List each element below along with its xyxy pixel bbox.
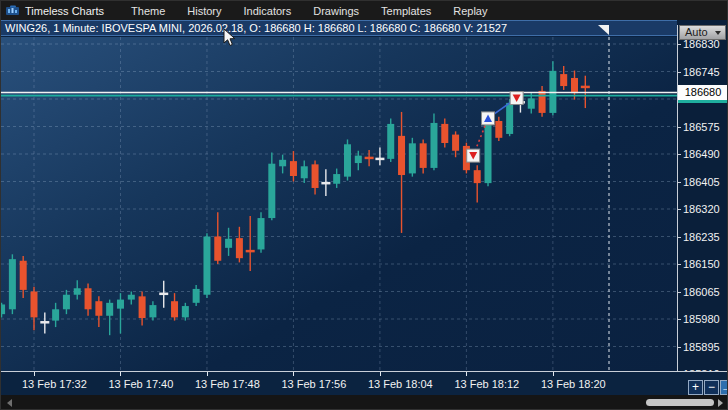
candle-body[interactable] — [203, 237, 210, 295]
time-axis[interactable]: 13 Feb 17:3213 Feb 17:4013 Feb 17:4813 F… — [1, 371, 728, 395]
scrollbar-thumb[interactable] — [646, 399, 714, 406]
menu-item-replay[interactable]: Replay — [442, 5, 498, 17]
candle-body[interactable] — [139, 296, 146, 318]
zoom-in-button[interactable]: + — [688, 380, 703, 395]
price-tick-label: 186235 — [683, 231, 720, 243]
time-tick-label: 13 Feb 18:12 — [454, 378, 544, 390]
candle-body[interactable] — [171, 301, 178, 317]
candle-body[interactable] — [31, 292, 38, 318]
price-tick-label: 186745 — [683, 66, 720, 78]
price-tick-label: 186575 — [683, 121, 720, 133]
time-tick-mark — [207, 372, 208, 376]
price-axis-separator — [677, 25, 678, 395]
menu-item-history[interactable]: History — [176, 5, 232, 17]
doji-open-close-bar[interactable] — [581, 86, 590, 89]
scroll-right-arrow-icon[interactable] — [718, 399, 723, 407]
horizontal-scrollbar[interactable] — [1, 395, 728, 410]
instrument-info-bar: WING26, 1 Minute: IBOVESPA MINI, 2026.02… — [1, 20, 677, 36]
candle-body[interactable] — [106, 303, 113, 316]
candle-body[interactable] — [182, 306, 189, 317]
menu-bar: Timeless Charts ThemeHistoryIndicatorsDr… — [1, 1, 727, 20]
series-end-flag-icon — [598, 25, 610, 36]
candle-body[interactable] — [571, 78, 578, 93]
time-tick-mark — [466, 372, 467, 376]
candle-body[interactable] — [333, 174, 340, 184]
candle-body[interactable] — [52, 309, 59, 320]
candle-body[interactable] — [258, 218, 265, 249]
candle-body[interactable] — [74, 288, 81, 294]
candle-body[interactable] — [539, 91, 546, 113]
candle-body[interactable] — [495, 121, 502, 138]
time-tick-label: 13 Feb 17:48 — [195, 378, 285, 390]
candle-body[interactable] — [20, 261, 27, 290]
candle-body[interactable] — [117, 300, 124, 309]
menu-item-templates[interactable]: Templates — [370, 5, 442, 17]
time-tick-label: 13 Feb 18:04 — [368, 378, 458, 390]
menu-item-theme[interactable]: Theme — [120, 5, 176, 17]
candle-body[interactable] — [387, 124, 394, 159]
candle-body[interactable] — [214, 237, 221, 261]
candle-body[interactable] — [430, 123, 437, 168]
zoom-out-button[interactable]: − — [704, 380, 719, 395]
candle-body[interactable] — [485, 124, 492, 183]
candle-body[interactable] — [301, 166, 308, 178]
app-logo-icon — [6, 5, 19, 16]
candle-body[interactable] — [268, 164, 275, 218]
candle-body[interactable] — [474, 170, 481, 183]
time-tick-mark — [34, 372, 35, 376]
candlestick-chart[interactable] — [1, 37, 677, 371]
price-tick-label: 185980 — [683, 313, 720, 325]
candle-body[interactable] — [149, 305, 156, 317]
go-to-end-button[interactable]: → — [720, 380, 728, 395]
chart-plot-area[interactable] — [1, 37, 677, 371]
candle-body[interactable] — [128, 295, 135, 300]
auto-label: Auto — [685, 26, 708, 38]
candle-body[interactable] — [236, 238, 243, 258]
candle-body[interactable] — [9, 259, 16, 309]
time-tick-label: 13 Feb 17:32 — [22, 378, 112, 390]
price-tick-label: 186150 — [683, 258, 720, 270]
price-tick-label: 186320 — [683, 203, 720, 215]
candle-body[interactable] — [355, 156, 362, 163]
candle-body[interactable] — [290, 161, 297, 176]
chevron-down-icon — [715, 31, 721, 35]
candle-body[interactable] — [398, 136, 405, 175]
candle-body[interactable] — [1, 304, 5, 314]
price-tick-label: 186065 — [683, 286, 720, 298]
doji-open-close-bar[interactable] — [159, 293, 168, 296]
candle-body[interactable] — [85, 288, 92, 309]
candle-body[interactable] — [420, 143, 427, 168]
candle-body[interactable] — [528, 98, 535, 108]
candle-body[interactable] — [312, 164, 319, 188]
candle-body[interactable] — [63, 295, 70, 310]
candle-body[interactable] — [452, 135, 459, 151]
menu-item-drawings[interactable]: Drawings — [302, 5, 370, 17]
price-tick-label: 185895 — [683, 341, 720, 353]
candle-body[interactable] — [279, 160, 286, 166]
candle-body[interactable] — [441, 124, 448, 143]
doji-open-close-bar[interactable] — [365, 157, 374, 160]
app-title: Timeless Charts — [25, 5, 104, 17]
price-tick-label: 186830 — [683, 38, 720, 50]
menu-item-indicators[interactable]: Indicators — [233, 5, 303, 17]
candle-body[interactable] — [409, 143, 416, 173]
scroll-left-arrow-icon[interactable] — [7, 399, 12, 407]
doji-open-close-bar[interactable] — [246, 250, 255, 253]
doji-open-close-bar[interactable] — [321, 182, 330, 185]
candle-body[interactable] — [193, 289, 200, 303]
time-tick-label: 13 Feb 18:20 — [541, 378, 631, 390]
candle-body[interactable] — [95, 301, 102, 316]
menu-items: ThemeHistoryIndicatorsDrawingsTemplatesR… — [120, 5, 498, 17]
candle-body[interactable] — [506, 103, 513, 134]
candle-body[interactable] — [344, 144, 351, 176]
time-tick-mark — [120, 372, 121, 376]
time-tick-mark — [553, 372, 554, 376]
candle-body[interactable] — [560, 74, 567, 86]
ohlcv-readout: WING26, 1 Minute: IBOVESPA MINI, 2026.02… — [5, 22, 507, 34]
time-tick-label: 13 Feb 17:40 — [108, 378, 198, 390]
candle-body[interactable] — [225, 239, 232, 248]
time-tick-mark — [293, 372, 294, 376]
doji-open-close-bar[interactable] — [375, 158, 384, 161]
doji-open-close-bar[interactable] — [40, 321, 49, 324]
price-axis[interactable]: Auto 18683018674518657518649018640518632… — [677, 20, 728, 395]
